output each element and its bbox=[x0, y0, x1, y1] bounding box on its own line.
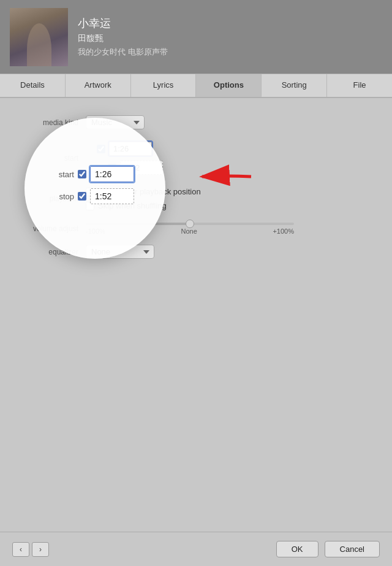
song-album: 我的少女时代 电影原声带 bbox=[78, 47, 168, 58]
bottom-bar: ‹ › OK Cancel bbox=[0, 532, 392, 566]
ok-button[interactable]: OK bbox=[276, 541, 318, 557]
tab-bar: Details Artwork Lyrics Options Sorting F… bbox=[0, 74, 392, 98]
song-title: 小幸运 bbox=[78, 16, 168, 31]
tab-file[interactable]: File bbox=[327, 74, 392, 97]
zoom-start-checkbox[interactable] bbox=[78, 170, 86, 178]
zoom-stop-input[interactable] bbox=[90, 188, 134, 204]
tab-details[interactable]: Details bbox=[0, 74, 66, 97]
volume-max-label: +100% bbox=[273, 228, 294, 235]
zoom-stop-label: stop bbox=[56, 192, 74, 201]
tab-options[interactable]: Options bbox=[196, 74, 262, 97]
zoom-stop-checkbox[interactable] bbox=[78, 192, 86, 201]
tab-lyrics[interactable]: Lyrics bbox=[131, 74, 197, 97]
header: 小幸运 田馥甄 我的少女时代 电影原声带 bbox=[0, 0, 392, 74]
nav-buttons: ‹ › bbox=[12, 542, 49, 557]
next-button[interactable]: › bbox=[32, 542, 49, 557]
zoom-overlay: start stop bbox=[24, 118, 165, 259]
zoom-stop-row: stop bbox=[56, 188, 134, 204]
tab-artwork[interactable]: Artwork bbox=[66, 74, 131, 97]
volume-mid-label: None bbox=[181, 228, 197, 235]
tab-sorting[interactable]: Sorting bbox=[262, 74, 327, 97]
album-art bbox=[10, 8, 68, 66]
zoom-start-row: start bbox=[56, 166, 134, 182]
song-info: 小幸运 田馥甄 我的少女时代 电影原声带 bbox=[78, 16, 168, 58]
song-artist: 田馥甄 bbox=[78, 33, 168, 44]
zoom-start-label: start bbox=[56, 170, 74, 179]
zoom-start-input[interactable] bbox=[90, 166, 134, 182]
cancel-button[interactable]: Cancel bbox=[325, 541, 380, 557]
prev-button[interactable]: ‹ bbox=[12, 542, 29, 557]
